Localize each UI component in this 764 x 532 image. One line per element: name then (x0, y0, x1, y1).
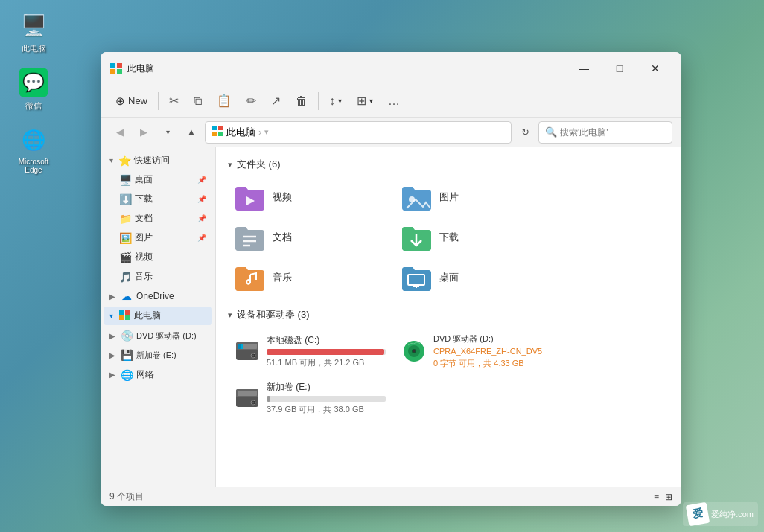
folder-video-label: 视频 (273, 190, 292, 204)
drive-e-info: 新加卷 (E:) 37.9 GB 可用，共 38.0 GB (267, 381, 386, 415)
drive-items: 本地磁盘 (C:) 51.1 MB 可用，共 21.2 GB (228, 329, 669, 420)
quickaccess-label: 快速访问 (134, 154, 170, 167)
sidebar-item-thispc[interactable]: ▾ 此电脑 (104, 307, 212, 325)
refresh-button[interactable]: ↻ (515, 122, 535, 143)
sidebar-item-quickaccess[interactable]: ▾ ⭐ 快速访问 (104, 151, 212, 170)
sidebar-video-label: 视频 (135, 251, 153, 263)
forward-button[interactable]: ▶ (133, 122, 154, 143)
drive-c[interactable]: 本地磁盘 (C:) 51.1 MB 可用，共 21.2 GB (228, 329, 392, 374)
folder-docs[interactable]: 文档 (228, 219, 392, 256)
folders-chevron[interactable]: ▾ (228, 160, 232, 170)
folders-title: 文件夹 (6) (237, 158, 281, 171)
close-button[interactable]: ✕ (638, 58, 672, 79)
quickaccess-chevron: ▾ (109, 156, 113, 164)
pics-sidebar-icon: 🖼️ (118, 232, 132, 244)
address-dropdown[interactable]: ▾ (264, 127, 269, 137)
drive-e-size: 37.9 GB 可用，共 38.0 GB (267, 404, 386, 415)
newvol-chevron: ▶ (109, 351, 115, 359)
drive-dvd-info: DVD 驱动器 (D:) CPRA_X64FRE_ZH-CN_DV5 0 字节 … (433, 333, 553, 369)
sidebar-item-network[interactable]: ▶ 🌐 网络 (104, 365, 212, 384)
svg-point-36 (252, 402, 255, 404)
sidebar-item-download[interactable]: ⬇️ 下载 📌 (104, 190, 212, 208)
view-chevron: ▾ (369, 97, 373, 105)
newvol-icon: 💾 (120, 349, 133, 361)
new-plus-icon: ⊕ (115, 94, 125, 108)
svg-rect-3 (117, 69, 122, 74)
watermark: 爱 爱纯净.com (683, 502, 758, 526)
sidebar-item-onedrive[interactable]: ▶ ☁ OneDrive (104, 287, 212, 305)
status-view-list[interactable]: ≡ (654, 492, 659, 502)
cut-icon: ✂ (169, 94, 179, 108)
copy-button[interactable]: ⧉ (188, 91, 208, 112)
address-path: 此电脑 › ▾ (211, 125, 505, 139)
title-bar: 此电脑 — □ ✕ (101, 52, 681, 85)
folder-music[interactable]: 音乐 (228, 259, 392, 296)
drive-e-name: 新加卷 (E:) (267, 381, 386, 394)
maximize-button[interactable]: □ (602, 58, 637, 79)
folder-music-icon (234, 263, 265, 292)
delete-icon: 🗑 (296, 94, 308, 108)
drives-chevron[interactable]: ▾ (228, 310, 232, 320)
sidebar-item-dvd[interactable]: ▶ 💿 DVD 驱动器 (D:) (104, 327, 212, 344)
star-icon: ⭐ (118, 155, 131, 167)
cut-button[interactable]: ✂ (163, 90, 185, 112)
pc-icon: 🖥️ (19, 10, 48, 40)
drive-c-name: 本地磁盘 (C:) (267, 334, 386, 347)
sidebar-item-newvol[interactable]: ▶ 💾 新加卷 (E:) (104, 346, 212, 364)
folder-downloads[interactable]: 下载 (395, 219, 558, 256)
drive-e[interactable]: 新加卷 (E:) 37.9 GB 可用，共 38.0 GB (228, 376, 392, 420)
drive-e-bar-fill (267, 396, 270, 402)
desktop: 🖥️ 此电脑 💬 微信 🌐 Microsoft Edge 此电脑 (0, 0, 764, 532)
onedrive-icon: ☁ (120, 290, 133, 302)
window-controls: — □ ✕ (567, 58, 672, 79)
hdd-e-icon (234, 385, 261, 411)
new-button[interactable]: ⊕ New (109, 91, 153, 112)
drive-c-info: 本地磁盘 (C:) 51.1 MB 可用，共 21.2 GB (267, 334, 386, 368)
watermark-logo: 爱 (686, 502, 710, 526)
delete-button[interactable]: 🗑 (290, 91, 313, 112)
quick-access-section: ▾ ⭐ 快速访问 🖥️ 桌面 📌 ⬇️ 下载 📌 (101, 151, 215, 286)
drive-c-bar-fill (267, 349, 384, 355)
pc-address-icon (211, 125, 223, 139)
folder-dl-label: 下载 (439, 231, 459, 244)
paste-button[interactable]: 📋 (211, 90, 238, 112)
sidebar-item-docs[interactable]: 📁 文档 📌 (104, 209, 212, 228)
pin-icon-dl: 📌 (197, 195, 206, 203)
sidebar-item-music[interactable]: 🎵 音乐 (104, 267, 212, 286)
share-button[interactable]: ↗ (265, 90, 287, 112)
drives-section-header: ▾ 设备和驱动器 (3) (228, 308, 669, 321)
recent-button[interactable]: ▾ (157, 122, 178, 143)
sidebar-download-label: 下载 (135, 193, 153, 205)
address-input[interactable]: 此电脑 › ▾ (205, 121, 512, 144)
sidebar-item-video[interactable]: 🎬 视频 (104, 248, 212, 266)
folder-music-label: 音乐 (273, 271, 292, 284)
rename-button[interactable]: ✏ (241, 90, 262, 112)
window-icon (109, 62, 123, 75)
sidebar-item-pics[interactable]: 🖼️ 图片 📌 (104, 228, 212, 247)
folder-desktop[interactable]: 桌面 (395, 259, 558, 296)
desktop-icon-edge[interactable]: 🌐 Microsoft Edge (7, 122, 60, 177)
search-input[interactable] (560, 127, 666, 138)
more-button[interactable]: … (382, 91, 406, 112)
desktop-icons: 🖥️ 此电脑 💬 微信 🌐 Microsoft Edge (7, 7, 60, 177)
sort-icon: ↕ (329, 94, 335, 108)
sort-button[interactable]: ↕ ▾ (323, 91, 348, 112)
onedrive-section: ▶ ☁ OneDrive (101, 287, 215, 305)
sidebar-item-desktop[interactable]: 🖥️ 桌面 📌 (104, 170, 212, 189)
minimize-button[interactable]: — (567, 58, 601, 79)
folder-video[interactable]: 视频 (228, 179, 392, 216)
explorer-window: 此电脑 — □ ✕ ⊕ New ✂ ⧉ 📋 ✏ (101, 52, 681, 506)
view-icon: ⊞ (357, 94, 366, 108)
up-button[interactable]: ▲ (181, 122, 202, 143)
back-button[interactable]: ◀ (109, 122, 130, 143)
view-button[interactable]: ⊞ ▾ (351, 90, 379, 112)
svg-rect-6 (212, 132, 217, 136)
desktop-icon-pc[interactable]: 🖥️ 此电脑 (7, 7, 60, 57)
folder-pictures[interactable]: 图片 (395, 179, 558, 216)
status-view-grid[interactable]: ⊞ (665, 492, 672, 502)
desktop-icon-wechat[interactable]: 💬 微信 (7, 65, 60, 115)
svg-rect-9 (125, 310, 130, 315)
svg-point-31 (413, 350, 416, 353)
folder-pics-label: 图片 (439, 190, 459, 204)
drive-dvd[interactable]: DVD 驱动器 (D:) CPRA_X64FRE_ZH-CN_DV5 0 字节 … (395, 329, 558, 374)
